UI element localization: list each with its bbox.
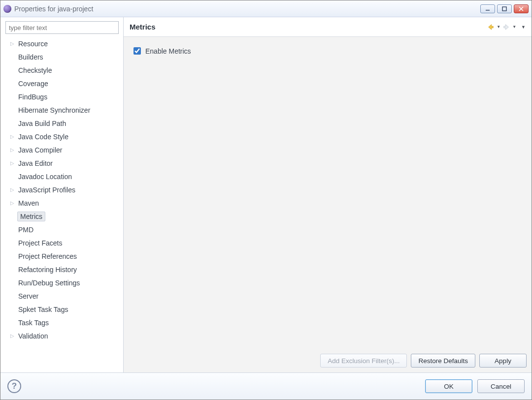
restore-defaults-button[interactable]: Restore Defaults [411,354,475,368]
sidebar-item-label: Coverage [17,79,49,88]
sidebar-item-label: Resource [17,39,49,48]
sidebar-item[interactable]: ▷Checkstyle [5,63,123,77]
help-icon: ? [12,381,17,391]
tree-expander-icon[interactable]: ▷ [10,200,15,206]
nav-forward-button[interactable] [502,23,510,31]
window-controls [480,4,529,13]
sidebar-item[interactable]: ▷Coverage [5,77,123,90]
sidebar-item-label: Javadoc Location [17,172,73,181]
sidebar-item[interactable]: ▷Refactoring History [5,263,123,276]
sidebar-item-label: Java Editor [17,159,54,168]
sidebar-item[interactable]: ▷Resource [5,37,123,50]
header-nav-icons: ▼ ▼ ▼ [487,23,526,31]
sidebar-item-label: Metrics [17,212,45,221]
maximize-icon [502,6,507,11]
sidebar-item-label: JavaScript Profiles [17,185,76,194]
sidebar-item-label: Spket Task Tags [17,305,69,314]
close-button[interactable] [514,4,529,13]
sidebar-item[interactable]: ▷Server [5,289,123,303]
sidebar-item-label: Checkstyle [17,66,53,75]
sidebar-item-label: Java Compiler [17,146,63,154]
enable-metrics-checkbox[interactable] [133,47,141,55]
add-exclusion-filters-button[interactable]: Add Exclusion Filter(s)... [320,354,407,368]
sidebar-item-label: Project References [17,252,78,261]
sidebar-item[interactable]: ▷Builders [5,50,123,63]
tree-expander-icon[interactable]: ▷ [10,134,15,139]
sidebar-item-label: FindBugs [17,92,48,101]
sidebar-item-label: Refactoring History [17,265,78,274]
sidebar-item-label: Maven [17,199,40,208]
svg-rect-1 [502,7,506,11]
sidebar-item-label: Hibernate Synchronizer [17,106,91,115]
main-body: Enable Metrics Add Exclusion Filter(s)..… [124,37,532,372]
cancel-button[interactable]: Cancel [477,379,525,393]
tree-expander-icon[interactable]: ▷ [10,41,15,46]
titlebar: Properties for java-project [0,0,532,17]
sidebar-item[interactable]: ▷PMD [5,223,123,236]
enable-metrics-row[interactable]: Enable Metrics [132,46,524,56]
sidebar-item[interactable]: ▷Validation [5,329,123,342]
close-icon [519,6,524,11]
sidebar-item[interactable]: ▷Java Code Style [5,130,123,143]
minimize-button[interactable] [480,4,495,13]
sidebar-item[interactable]: ▷Maven [5,196,123,210]
sidebar-item[interactable]: ▷Java Compiler [5,143,123,156]
sidebar-item-label: Task Tags [17,318,50,327]
eclipse-icon [3,5,11,13]
dialog-footer: ? OK Cancel [0,373,532,400]
tree-expander-icon[interactable]: ▷ [10,160,15,166]
category-tree: ▷Resource▷Builders▷Checkstyle▷Coverage▷F… [5,37,123,369]
minimize-icon [485,6,490,11]
page-title: Metrics [130,23,156,31]
dialog-body: ▷Resource▷Builders▷Checkstyle▷Coverage▷F… [0,17,532,373]
filter-input[interactable] [5,21,119,34]
sidebar-item[interactable]: ▷Run/Debug Settings [5,276,123,289]
sidebar-item-label: Run/Debug Settings [17,278,81,287]
nav-forward-dropdown[interactable]: ▼ [512,25,516,29]
sidebar-item[interactable]: ▷Hibernate Synchronizer [5,103,123,117]
view-menu-button[interactable]: ▼ [521,25,526,30]
sidebar-item-label: Builders [17,53,44,62]
arrow-left-icon [487,24,494,31]
tree-expander-icon[interactable]: ▷ [10,147,15,153]
apply-button[interactable]: Apply [479,354,527,368]
sidebar-item-label: Server [17,292,39,301]
sidebar-item-label: Project Facets [17,239,63,247]
tree-expander-icon[interactable]: ▷ [10,187,15,192]
sidebar-item-label: PMD [17,225,34,234]
window-title: Properties for java-project [14,5,477,13]
nav-back-button[interactable] [487,23,495,31]
sidebar-item-label: Java Build Path [17,119,67,128]
sidebar-item[interactable]: ▷Project Facets [5,236,123,249]
sidebar-item[interactable]: ▷Java Build Path [5,117,123,130]
ok-button[interactable]: OK [425,379,472,393]
sidebar-item[interactable]: ▷Metrics [5,210,123,223]
main-button-row: Add Exclusion Filter(s)... Restore Defau… [320,354,527,368]
main-panel: Metrics ▼ ▼ ▼ [124,17,532,372]
sidebar-item[interactable]: ▷JavaScript Profiles [5,183,123,196]
sidebar-item[interactable]: ▷FindBugs [5,90,123,103]
arrow-right-icon [503,24,510,31]
sidebar: ▷Resource▷Builders▷Checkstyle▷Coverage▷F… [0,17,124,372]
sidebar-item[interactable]: ▷Javadoc Location [5,170,123,183]
main-header: Metrics ▼ ▼ ▼ [124,17,532,37]
help-button[interactable]: ? [7,379,21,393]
sidebar-item[interactable]: ▷Task Tags [5,316,123,329]
nav-back-dropdown[interactable]: ▼ [497,25,500,29]
sidebar-item-label: Java Code Style [17,132,69,141]
footer-button-row: OK Cancel [425,379,525,393]
enable-metrics-label: Enable Metrics [145,47,191,55]
sidebar-item[interactable]: ▷Java Editor [5,156,123,170]
sidebar-item-label: Validation [17,332,49,340]
svg-rect-0 [486,10,490,11]
tree-expander-icon[interactable]: ▷ [10,333,15,338]
properties-dialog: Properties for java-project ▷Resource▷Bu… [0,0,532,400]
sidebar-item[interactable]: ▷Spket Task Tags [5,303,123,316]
maximize-button[interactable] [497,4,512,13]
sidebar-item[interactable]: ▷Project References [5,249,123,263]
